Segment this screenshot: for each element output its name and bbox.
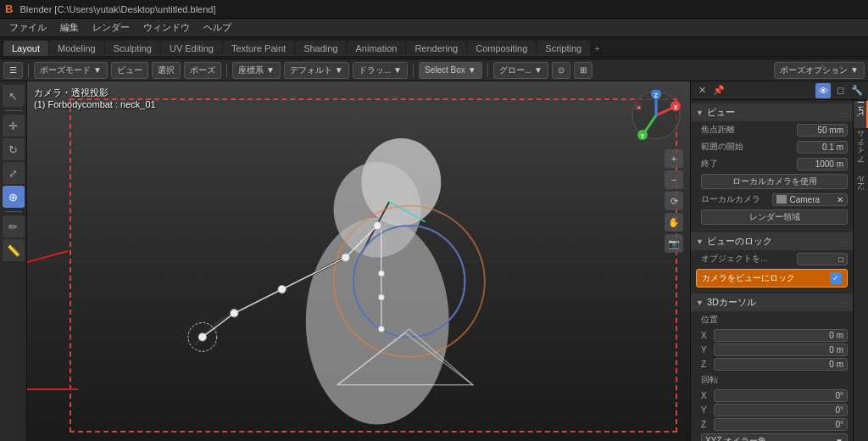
view-lock-header[interactable]: ▼ ビューのロック ···: [691, 232, 853, 250]
viewport-menu-btn[interactable]: ☰: [3, 62, 23, 79]
gizmo-svg: X Y Z -X: [631, 90, 682, 141]
panel-tab-item-icon[interactable]: ◻: [832, 83, 848, 98]
local-camera-row: ローカルカメラ Camera ✕: [691, 191, 853, 208]
vtab-view[interactable]: ビュー: [854, 100, 868, 128]
tab-modeling[interactable]: Modeling: [49, 41, 104, 56]
tab-texture-paint[interactable]: Texture Paint: [223, 41, 294, 56]
tool-annotate[interactable]: ✏: [3, 215, 25, 237]
nav-pan[interactable]: ✋: [665, 213, 683, 232]
pose-menu[interactable]: ポーズ: [184, 62, 221, 79]
camera-to-view-checkbox[interactable]: ✓: [830, 272, 842, 284]
camera-icon: [776, 195, 787, 204]
cursor-rx-label: X: [701, 391, 711, 400]
character-area: [70, 98, 677, 433]
tab-shading[interactable]: Shading: [295, 41, 346, 56]
view-section-header[interactable]: ▼ ビュー ···: [691, 103, 853, 121]
snap-settings[interactable]: ドラッ... ▼: [353, 62, 408, 79]
svg-text:Z: Z: [654, 92, 659, 98]
window-title: Blender [C:\Users\yutak\Desktop\untitled…: [19, 4, 215, 14]
mode-selector[interactable]: ポーズモード ▼: [34, 62, 108, 79]
tab-compositing[interactable]: Compositing: [467, 41, 536, 56]
workspace-add-btn[interactable]: +: [594, 43, 599, 53]
tab-rendering[interactable]: Rendering: [406, 41, 466, 56]
tool-move[interactable]: ✛: [3, 114, 25, 137]
tab-scripting[interactable]: Scripting: [537, 41, 590, 56]
cursor-rx-row: X 0°: [691, 388, 853, 403]
transform-pivot[interactable]: デフォルト ▼: [284, 62, 349, 79]
cursor-3d-section: ▼ 3Dカーソル ··· 位置 X 0 m Y: [691, 293, 853, 441]
select-menu[interactable]: 選択: [152, 62, 181, 79]
camera-to-view-label: カメラをビューにロック: [702, 272, 795, 284]
nav-controls: + − ⟳ ✋ 📷: [665, 149, 683, 253]
svg-point-27: [378, 326, 385, 332]
character-svg: [70, 98, 677, 433]
snap-icon-btn[interactable]: ⊙: [552, 62, 570, 79]
local-camera-label: ローカルカメラ: [701, 193, 769, 205]
menu-help[interactable]: ヘルプ: [198, 20, 237, 36]
cursor-x-value[interactable]: 0 m: [714, 329, 848, 342]
cursor-y-value[interactable]: 0 m: [714, 343, 848, 356]
menu-edit[interactable]: 編集: [54, 20, 85, 36]
cursor-rx-value[interactable]: 0°: [714, 389, 848, 402]
rotation-label-row: 回転: [691, 371, 853, 388]
focal-length-value[interactable]: 50 mm: [797, 124, 848, 137]
proportional-edit[interactable]: グロー... ▼: [493, 62, 548, 79]
sep4: [487, 64, 488, 77]
cursor-ry-row: Y 0°: [691, 403, 853, 417]
tool-scale[interactable]: ⤢: [3, 162, 25, 184]
tool-rotate[interactable]: ↻: [3, 138, 25, 160]
vtab-tool[interactable]: ツール: [854, 173, 868, 201]
nav-zoom-in[interactable]: +: [665, 149, 683, 168]
cursor-rz-label: Z: [701, 420, 711, 429]
cursor-3d-header[interactable]: ▼ 3Dカーソル ···: [691, 293, 853, 311]
gizmo[interactable]: X Y Z -X: [631, 90, 682, 141]
panel-tab-tool-icon[interactable]: 🔧: [849, 83, 865, 98]
object-lock-row: オブジェクトを... □: [691, 250, 853, 267]
tool-cursor[interactable]: ↖: [3, 85, 25, 107]
view-menu[interactable]: ビュー: [111, 62, 148, 79]
viewport[interactable]: カメラ・透視投影 (1) Forbodycombat : neck_01 X Y…: [27, 81, 690, 441]
cursor-rz-value[interactable]: 0°: [714, 418, 848, 431]
menu-render[interactable]: レンダー: [86, 20, 136, 36]
tab-animation[interactable]: Animation: [348, 41, 406, 56]
tool-measure[interactable]: 📏: [3, 239, 25, 261]
panel-close-btn[interactable]: ✕: [694, 83, 709, 98]
tab-uv-editing[interactable]: UV Editing: [161, 41, 222, 56]
tab-sculpting[interactable]: Sculpting: [105, 41, 160, 56]
nav-zoom-out[interactable]: −: [665, 170, 683, 189]
viewport-object-info: (1) Forbodycombat : neck_01: [34, 99, 156, 109]
cursor-z-value[interactable]: 0 m: [714, 358, 848, 371]
pose-options[interactable]: ポーズオプション ▼: [774, 62, 865, 79]
nav-orbit[interactable]: ⟳: [665, 192, 683, 210]
coordinate-system[interactable]: 座標系 ▼: [232, 62, 281, 79]
sep2: [226, 64, 227, 77]
local-camera-value[interactable]: Camera ✕: [772, 193, 849, 206]
nav-camera[interactable]: 📷: [665, 234, 683, 253]
svg-line-7: [194, 321, 218, 345]
svg-point-26: [378, 294, 385, 301]
cursor-ry-value[interactable]: 0°: [714, 404, 848, 416]
panel-pin-btn[interactable]: 📌: [711, 83, 726, 98]
clip-end-value[interactable]: 1000 m: [797, 158, 848, 170]
euler-dropdown[interactable]: XYZ オイラー角 ▼: [701, 433, 848, 441]
svg-point-25: [378, 271, 385, 277]
local-camera-toggle[interactable]: ローカルカメラを使用: [701, 174, 848, 189]
render-region-btn[interactable]: レンダー領域: [701, 209, 848, 225]
sep1: [28, 64, 29, 77]
tool-transform[interactable]: ⊕: [3, 186, 25, 208]
clip-end-label: 終了: [701, 158, 793, 170]
menu-window[interactable]: ウィンドウ: [137, 20, 196, 36]
select-box-dropdown[interactable]: Select Box ▼: [419, 62, 482, 79]
menu-bar: ファイル 編集 レンダー ウィンドウ ヘルプ: [0, 19, 868, 37]
overlay-btn[interactable]: ⊞: [574, 62, 593, 79]
menu-file[interactable]: ファイル: [3, 20, 53, 36]
panel-tab-view-icon[interactable]: 👁: [815, 83, 831, 98]
local-camera-clear-btn[interactable]: ✕: [837, 195, 843, 204]
cursor-3d-title: 3Dカーソル: [707, 296, 756, 309]
tab-layout[interactable]: Layout: [3, 41, 48, 56]
vtab-item[interactable]: アイテム: [854, 128, 868, 173]
object-lock-value[interactable]: □: [797, 253, 848, 265]
divider1: [691, 229, 853, 230]
svg-line-16: [234, 289, 281, 313]
clip-start-value[interactable]: 0.1 m: [797, 141, 848, 154]
